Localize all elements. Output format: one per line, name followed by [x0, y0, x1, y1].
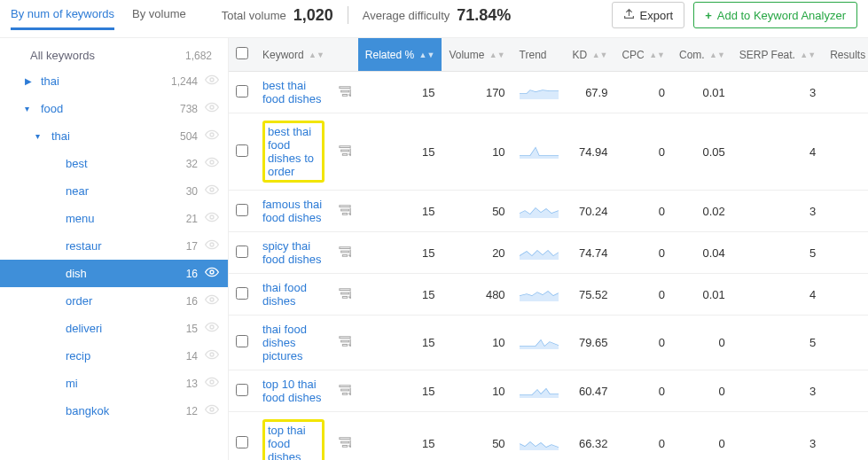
- tree-label: All keywords: [30, 49, 185, 62]
- row-checkbox[interactable]: [236, 335, 248, 347]
- col-volume[interactable]: Volume ▲▼: [442, 38, 512, 72]
- col-serp-feat[interactable]: SERP Feat. ▲▼: [732, 38, 823, 72]
- volume-cell: 50: [442, 191, 512, 232]
- tree-item-mi[interactable]: mi 13: [0, 370, 228, 397]
- serp-feat-cell: 3: [732, 412, 823, 461]
- kd-cell: 75.52: [566, 274, 615, 316]
- filter-icon[interactable]: [339, 438, 351, 451]
- row-checkbox[interactable]: [236, 144, 248, 157]
- col-related[interactable]: Related % ▲▼: [358, 38, 442, 72]
- add-to-analyzer-button[interactable]: + Add to Keyword Analyzer: [693, 2, 857, 28]
- eye-icon[interactable]: [205, 73, 219, 90]
- tree-item-menu[interactable]: menu 21: [0, 205, 228, 232]
- col-com[interactable]: Com. ▲▼: [672, 38, 732, 72]
- keyword-cell[interactable]: top 10 thai food dishes: [255, 370, 332, 412]
- col-keyword[interactable]: Keyword ▲▼: [255, 38, 332, 72]
- keyword-cell[interactable]: top thai food dishes: [255, 412, 332, 461]
- related-cell: 15: [358, 370, 442, 412]
- trend-cell: [512, 232, 566, 274]
- tree-count: 504: [180, 130, 198, 143]
- sort-icon: ▲▼: [649, 52, 665, 58]
- filter-icon[interactable]: [339, 247, 351, 261]
- table-row: top thai food dishes 15 50 66.32 0 0 3 n…: [229, 412, 868, 461]
- tree-item-near[interactable]: near 30: [0, 177, 228, 205]
- trend-cell: [512, 370, 566, 412]
- filter-icon[interactable]: [339, 386, 351, 399]
- svg-rect-29: [340, 340, 348, 342]
- filter-icon[interactable]: [339, 87, 351, 100]
- related-cell: 15: [358, 274, 442, 316]
- tree-item-bangkok[interactable]: bangkok 12: [0, 397, 228, 425]
- col-cpc-label: CPC: [622, 49, 644, 61]
- eye-icon[interactable]: [205, 320, 219, 337]
- svg-point-9: [210, 325, 214, 329]
- row-checkbox[interactable]: [236, 287, 248, 300]
- results-cell: n/a: [823, 316, 868, 370]
- row-checkbox[interactable]: [236, 246, 248, 258]
- table-row: famous thai food dishes 15 50 70.24 0 0.…: [229, 191, 868, 232]
- svg-rect-35: [340, 441, 348, 443]
- tree-count: 14: [186, 350, 198, 363]
- eye-icon[interactable]: [205, 238, 219, 254]
- row-checkbox[interactable]: [236, 384, 248, 396]
- svg-rect-16: [340, 145, 350, 147]
- filter-icon[interactable]: [339, 206, 351, 219]
- cpc-cell: 0: [614, 316, 672, 370]
- export-button[interactable]: Export: [612, 2, 685, 28]
- related-cell: 15: [358, 113, 442, 191]
- eye-icon[interactable]: [205, 210, 219, 227]
- eye-icon[interactable]: [205, 347, 219, 364]
- tree-item-thai[interactable]: ▶ thai 1,244: [0, 67, 228, 95]
- tree-item-order[interactable]: order 16: [0, 287, 228, 315]
- svg-rect-32: [340, 389, 348, 391]
- eye-icon[interactable]: [205, 375, 219, 392]
- results-cell: n/a: [823, 113, 868, 191]
- tree-item-All-keywords[interactable]: All keywords 1,682: [0, 43, 228, 67]
- stats-bar: Total volume 1,020 Average difficulty 71…: [222, 6, 512, 25]
- svg-point-10: [210, 353, 214, 356]
- keyword-cell[interactable]: spicy thai food dishes: [255, 232, 332, 274]
- keyword-cell[interactable]: best thai food dishes: [255, 72, 332, 113]
- eye-icon[interactable]: [205, 292, 219, 309]
- keyword-cell[interactable]: best thai food dishes to order: [255, 113, 332, 191]
- com-cell: 0.01: [672, 72, 732, 113]
- tree-item-thai[interactable]: ▾ thai 504: [0, 122, 228, 150]
- eye-icon[interactable]: [205, 100, 219, 117]
- cpc-cell: 0: [614, 72, 672, 113]
- cpc-cell: 0: [614, 274, 672, 316]
- total-volume-value: 1,020: [293, 6, 333, 25]
- results-cell: n/a: [823, 370, 868, 412]
- tab-by-num-keywords[interactable]: By num of keywords: [11, 0, 114, 30]
- keyword-cell[interactable]: thai food dishes pictures: [255, 316, 332, 370]
- col-kd[interactable]: KD ▲▼: [566, 38, 615, 72]
- tree-item-restaur[interactable]: restaur 17: [0, 232, 228, 260]
- tree-item-recip[interactable]: recip 14: [0, 342, 228, 370]
- col-cpc[interactable]: CPC ▲▼: [614, 38, 672, 72]
- row-checkbox[interactable]: [236, 436, 248, 448]
- eye-icon[interactable]: [205, 265, 219, 282]
- tree-item-deliveri[interactable]: deliveri 15: [0, 315, 228, 342]
- filter-icon[interactable]: [339, 289, 351, 302]
- row-checkbox[interactable]: [236, 204, 248, 216]
- tree-item-dish[interactable]: dish 16: [0, 260, 228, 287]
- serp-feat-cell: 4: [732, 274, 823, 316]
- filter-icon[interactable]: [339, 337, 351, 350]
- eye-icon[interactable]: [205, 402, 219, 419]
- eye-icon[interactable]: [205, 155, 219, 172]
- tree-item-best[interactable]: best 32: [0, 150, 228, 177]
- chevron-icon: ▶: [25, 76, 34, 86]
- filter-icon[interactable]: [339, 146, 351, 160]
- svg-rect-24: [342, 254, 347, 256]
- trend-cell: [512, 412, 566, 461]
- eye-icon[interactable]: [205, 183, 219, 199]
- tree-label: thai: [41, 74, 171, 88]
- row-checkbox[interactable]: [236, 85, 248, 97]
- select-all-header[interactable]: [229, 38, 255, 72]
- keyword-cell[interactable]: famous thai food dishes: [255, 191, 332, 232]
- keyword-cell[interactable]: thai food dishes: [255, 274, 332, 316]
- tree-item-food[interactable]: ▾ food 738: [0, 95, 228, 122]
- tab-by-volume[interactable]: By volume: [132, 0, 186, 30]
- eye-icon[interactable]: [205, 128, 219, 144]
- tree-label: best: [66, 157, 186, 170]
- select-all-checkbox[interactable]: [236, 47, 248, 59]
